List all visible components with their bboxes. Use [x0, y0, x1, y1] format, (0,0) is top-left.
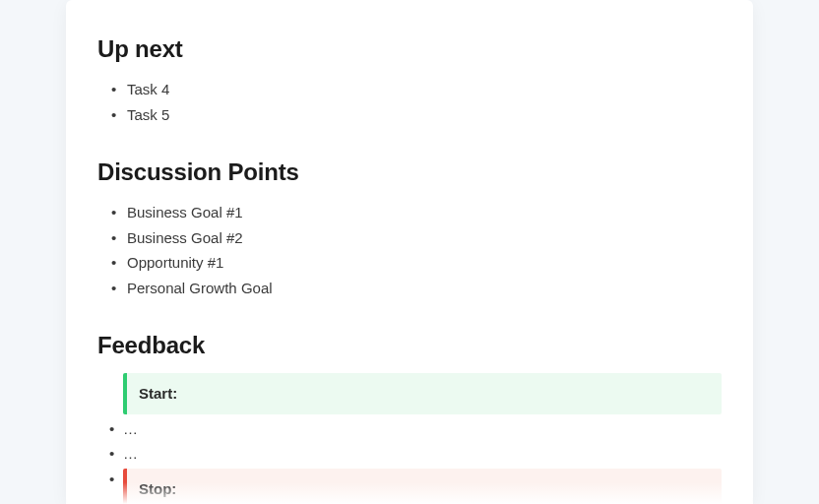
list-item: … [97, 416, 722, 442]
feedback-callout-wrapper: Start: [97, 373, 722, 414]
discussion-list: Business Goal #1 Business Goal #2 Opport… [97, 200, 722, 300]
feedback-list: Start: … … Stop: [97, 373, 722, 504]
section-feedback: Feedback Start: … … Stop: [97, 332, 722, 504]
section-up-next: Up next Task 4 Task 5 [97, 35, 722, 127]
heading-discussion: Discussion Points [97, 158, 722, 186]
section-discussion: Discussion Points Business Goal #1 Busin… [97, 158, 722, 300]
heading-feedback: Feedback [97, 332, 722, 359]
list-item: Opportunity #1 [111, 250, 722, 276]
list-item: Business Goal #2 [111, 225, 722, 251]
heading-up-next: Up next [97, 35, 722, 63]
list-item: Business Goal #1 [111, 200, 722, 225]
list-item: … [97, 441, 722, 467]
feedback-callout-wrapper: Stop: [97, 469, 722, 505]
list-item: Task 5 [111, 102, 722, 128]
document-page: Up next Task 4 Task 5 Discussion Points … [66, 0, 753, 504]
list-item: Personal Growth Goal [111, 276, 722, 301]
list-item: Task 4 [111, 77, 722, 102]
callout-start: Start: [123, 373, 722, 414]
upnext-list: Task 4 Task 5 [97, 77, 722, 127]
callout-stop: Stop: [123, 469, 722, 505]
